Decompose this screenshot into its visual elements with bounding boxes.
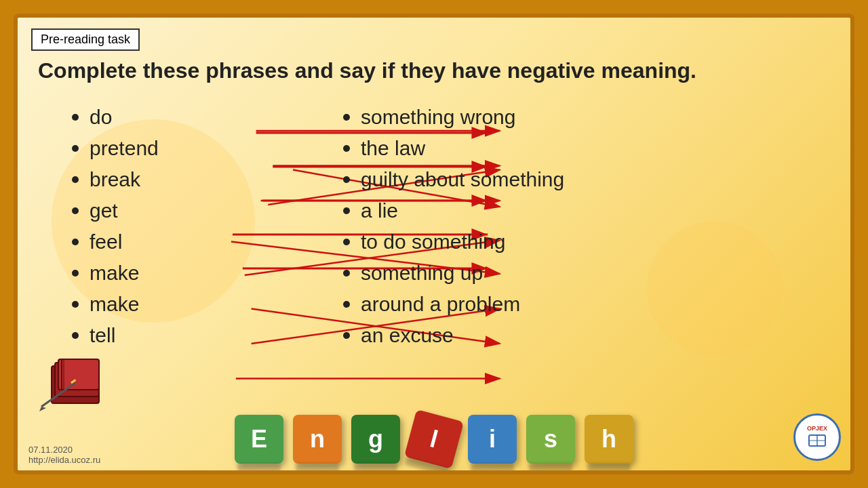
right-item-2: guilty about something	[343, 168, 837, 191]
left-item-7: tell	[72, 324, 289, 347]
right-item-3: a lie	[343, 199, 837, 222]
right-item-1: the law	[343, 137, 837, 160]
svg-rect-19	[58, 359, 99, 390]
left-word-4: feel	[90, 230, 122, 253]
letter-block-4: i	[468, 415, 517, 464]
left-item-1: pretend	[72, 137, 289, 160]
rbullet-4	[343, 239, 350, 245]
letter-block-3: l	[404, 409, 464, 469]
right-item-5: something up	[343, 262, 837, 285]
right-word-3: a lie	[361, 199, 398, 222]
left-item-2: break	[72, 168, 289, 191]
rbullet-6	[343, 301, 350, 308]
rbullet-7	[343, 332, 350, 339]
bullet-6	[72, 301, 79, 308]
bullet-4	[72, 239, 79, 245]
right-column: something wrong the law guilty about som…	[289, 99, 837, 403]
right-word-5: something up	[361, 262, 483, 285]
right-word-1: the law	[361, 137, 425, 160]
left-word-3: get	[90, 199, 118, 222]
rbullet-5	[343, 270, 350, 277]
left-item-5: make	[72, 262, 289, 285]
right-word-2: guilty about something	[361, 168, 564, 191]
bottom-bar: English	[18, 403, 850, 464]
rbullet-0	[343, 114, 350, 121]
right-word-0: something wrong	[361, 106, 515, 129]
left-word-5: make	[90, 262, 139, 285]
right-word-7: an excuse	[361, 324, 454, 347]
right-word-6: around a problem	[361, 293, 520, 316]
logo-text: OPJEX	[806, 425, 828, 449]
rbullet-1	[343, 145, 350, 152]
bullet-2	[72, 176, 79, 183]
main-frame: Pre-reading task Complete these phrases …	[14, 14, 854, 474]
left-word-6: make	[90, 293, 139, 316]
left-item-3: get	[72, 199, 289, 222]
right-item-6: around a problem	[343, 293, 837, 316]
content-area: do pretend break get feel make make tell…	[31, 99, 837, 403]
left-word-7: tell	[90, 324, 115, 347]
bullet-1	[72, 145, 79, 152]
right-item-0: something wrong	[343, 106, 837, 129]
main-title: Complete these phrases and say if they h…	[38, 58, 830, 83]
bullet-7	[72, 332, 79, 339]
left-item-6: make	[72, 293, 289, 316]
letter-block-6: h	[585, 415, 633, 464]
rbullet-2	[343, 176, 350, 183]
url-text: http://elida.ucoz.ru	[28, 455, 100, 465]
right-item-7: an excuse	[343, 324, 837, 347]
bullet-3	[72, 207, 79, 214]
right-word-4: to do something	[361, 230, 505, 253]
letter-block-5: s	[526, 415, 575, 464]
rbullet-3	[343, 207, 350, 214]
left-word-0: do	[90, 106, 112, 129]
left-word-1: pretend	[90, 137, 159, 160]
footer-text: 07.11.2020 http://elida.ucoz.ru	[28, 445, 100, 465]
bullet-0	[72, 114, 79, 121]
left-item-0: do	[72, 106, 289, 129]
letter-block-2: g	[351, 415, 400, 464]
pre-reading-badge: Pre-reading task	[31, 28, 140, 51]
left-item-4: feel	[72, 230, 289, 253]
date-text: 07.11.2020	[28, 445, 100, 455]
left-word-2: break	[90, 168, 140, 191]
bullet-5	[72, 270, 79, 277]
right-item-4: to do something	[343, 230, 837, 253]
letter-block-1: n	[293, 415, 342, 464]
logo-circle: OPJEX	[793, 413, 841, 461]
letter-block-0: E	[235, 415, 283, 464]
